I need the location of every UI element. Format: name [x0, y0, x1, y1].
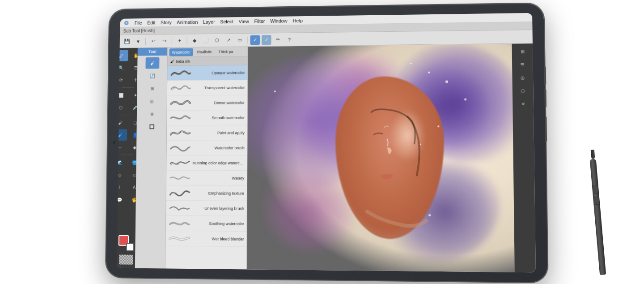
menu-select[interactable]: Select — [220, 19, 233, 24]
brush-item-uneven[interactable]: Uneven layering brush — [166, 201, 247, 216]
sub-tool-icon-1[interactable]: 🖌 — [145, 57, 159, 69]
tool-gradient[interactable]: 🌊 — [117, 157, 127, 168]
screen-bezel: File Edit Story Animation Layer Select V… — [117, 13, 536, 272]
right-panel-btn-2[interactable]: ☰ — [515, 59, 530, 71]
rotate-btn[interactable]: ↗ — [224, 35, 233, 45]
brush-preview-soothing — [169, 218, 191, 228]
light-btn[interactable]: ✦ — [174, 36, 184, 46]
brush-tab-thick[interactable]: Thick pa — [216, 47, 236, 56]
brush-item-paint-apply[interactable]: Paint and apply — [167, 125, 247, 141]
power-button[interactable] — [545, 116, 547, 142]
menu-filter[interactable]: Filter — [254, 18, 265, 24]
separator-4 — [247, 36, 248, 43]
brush-item-soothing[interactable]: Soothing watercolor — [166, 216, 247, 232]
brush-preview-emphasizing — [169, 188, 191, 198]
transform-btn[interactable]: ⬡ — [212, 35, 222, 45]
brush-name-dense: Dense watercolor — [193, 100, 245, 105]
brush-category-name: India ink — [176, 59, 190, 64]
right-panel-btn-3[interactable]: ◎ — [515, 72, 530, 84]
brush-item-dense[interactable]: Dense watercolor — [167, 95, 247, 110]
stylus-button-1 — [593, 185, 599, 194]
tool-separator-1 — [122, 87, 134, 88]
right-panel-btn-1[interactable]: ⊞ — [515, 45, 530, 57]
brush-item-watercolor-brush[interactable]: Watercolor brush — [167, 140, 247, 155]
menu-story[interactable]: Story — [161, 20, 172, 25]
separator-1 — [145, 38, 146, 45]
menu-file[interactable]: File — [135, 20, 142, 26]
tool-move2[interactable]: ↔ — [117, 142, 127, 153]
brush-list-scroll[interactable]: Opaque watercolor Transparent watercolor — [165, 65, 247, 270]
brush-item-transparent[interactable]: Transparent watercolor — [167, 80, 247, 96]
sub-tool-header-text: Sub Tool [Brush] — [123, 28, 155, 34]
menu-edit[interactable]: Edit — [147, 20, 155, 25]
brush-tab-watercolor[interactable]: Watercolor — [169, 48, 193, 56]
front-camera — [113, 141, 115, 144]
tool-shape[interactable]: ◇ — [117, 169, 127, 181]
sub-tool-icon-5[interactable]: ⊗ — [145, 108, 159, 120]
background-color[interactable] — [126, 243, 134, 251]
stylus-pen — [589, 150, 607, 275]
brush-preview-watery — [169, 172, 191, 183]
right-panel: ⊞ ☰ ◎ ⬡ ✕ — [512, 43, 536, 272]
sub-tool-panel-title: Tool — [148, 50, 157, 54]
tool-lasso[interactable]: ⬡ — [117, 102, 127, 113]
sub-tool-icon-4[interactable]: ◎ — [145, 95, 159, 107]
brush-name-running-color: Running color edge watercolor — [193, 161, 245, 165]
menu-help[interactable]: Help — [292, 18, 302, 23]
brush-item-emphasizing[interactable]: Emphasizing texture — [166, 185, 247, 201]
crop-btn[interactable]: ⬜ — [201, 35, 210, 45]
tool-pen[interactable]: 🖊 — [117, 50, 128, 61]
fill-btn[interactable]: ◆ — [190, 36, 199, 46]
undo-btn[interactable]: ↩ — [148, 36, 158, 46]
brush-name-transparent: Transparent watercolor — [193, 85, 245, 90]
brush-name-paint-apply: Paint and apply — [193, 130, 244, 135]
stylus-button-2 — [593, 197, 600, 205]
brush-tab-realistic[interactable]: Realistic — [195, 48, 215, 56]
sub-tool-icon-2[interactable]: 🔄 — [145, 70, 159, 82]
menu-view[interactable]: View — [239, 18, 249, 24]
brush-item-running-color[interactable]: Running color edge watercolor — [166, 155, 247, 171]
sub-tool-icon-3[interactable]: ⊞ — [145, 82, 159, 94]
separator-2 — [172, 37, 172, 44]
brush-item-opaque-watercolor[interactable]: Opaque watercolor — [167, 65, 247, 81]
tool-brush[interactable]: 🖌 — [117, 117, 127, 129]
check-btn[interactable]: ✓ — [250, 35, 260, 45]
main-content: 🖊 ✋ 🔍 ☰ ⟳ ✛ ⬜ — [117, 43, 536, 272]
help-btn[interactable]: ? — [284, 34, 294, 44]
sub-tool-icon-6[interactable]: 🔲 — [144, 121, 158, 133]
tool-select-rect[interactable]: ⬜ — [117, 90, 127, 101]
right-panel-btn-4[interactable]: ⬡ — [515, 85, 530, 97]
menu-window[interactable]: Window — [270, 18, 287, 23]
tool-separator-2 — [122, 115, 134, 115]
tool-speech[interactable]: 💬 — [117, 194, 126, 206]
volume-button-down[interactable] — [544, 89, 547, 108]
brush-name-smooth: Smooth watercolor — [193, 115, 245, 120]
brush-preview-running-color — [169, 158, 191, 168]
color-checker-swatch[interactable] — [119, 255, 133, 265]
sub-tool-panel: Tool 🖌 🔄 ⊞ ◎ ⊗ 🔲 — [135, 47, 168, 268]
sparkle-5 — [437, 125, 439, 127]
brush-item-watery[interactable]: Watery — [166, 171, 247, 186]
rect-btn[interactable]: ▭ — [235, 35, 245, 45]
menu-layer[interactable]: Layer — [203, 19, 215, 24]
right-panel-btn-5[interactable]: ✕ — [516, 98, 530, 110]
brush-tabs: Watercolor Realistic Thick pa — [168, 47, 248, 57]
tool-zoom[interactable]: 🔍 — [117, 62, 128, 73]
brush-preview-transparent — [170, 82, 192, 93]
brush-item-smooth[interactable]: Smooth watercolor — [167, 110, 247, 125]
brush-name-soothing: Soothing watercolor — [192, 221, 244, 226]
redo-btn[interactable]: ↪ — [160, 36, 169, 46]
volume-button-up[interactable] — [544, 66, 547, 85]
check2-btn[interactable]: ✓ — [262, 35, 271, 45]
brush-name-wet-bleed: Wet bleed blender — [192, 237, 244, 241]
brush-item-wet-bleed[interactable]: Wet bleed blender — [165, 231, 246, 247]
pen-btn[interactable]: ✏ — [273, 34, 283, 44]
canvas-area[interactable] — [247, 44, 515, 272]
tool-blend[interactable]: 🖌 — [117, 129, 127, 141]
tool-line[interactable]: / — [117, 181, 127, 193]
save-cmd-btn[interactable]: 💾 — [122, 37, 131, 47]
tool-rotate[interactable]: ⟳ — [117, 74, 128, 86]
sparkle-2 — [445, 80, 448, 83]
menu-animation[interactable]: Animation — [177, 19, 198, 25]
dropdown-btn[interactable]: ▼ — [133, 36, 143, 46]
